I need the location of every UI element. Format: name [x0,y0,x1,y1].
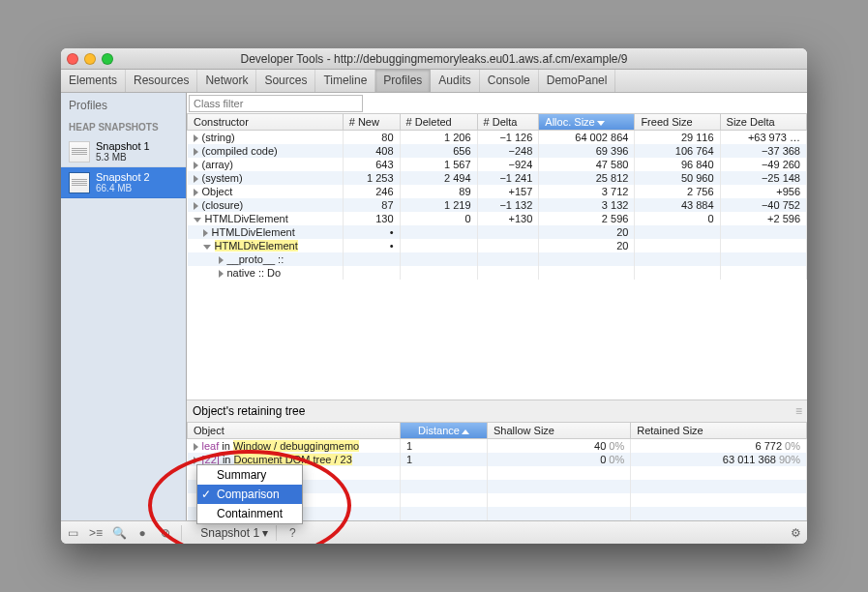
record-icon[interactable]: ● [135,525,150,541]
col-new[interactable]: # New [343,114,400,131]
cell-constructor: (string) [188,131,344,145]
col-freed-size[interactable]: Freed Size [635,114,720,131]
cell-size-delta: −37 368 [720,144,806,158]
tab-bar: ElementsResourcesNetworkSourcesTimelineP… [61,70,807,93]
cell-constructor: (closure) [188,198,344,212]
sidebar-item-snapshot-1[interactable]: Snapshot 15.3 MB [61,136,186,167]
view-dropdown[interactable] [190,526,193,540]
ret-col-retained[interactable]: Retained Size [631,423,807,439]
disclosure-closed-icon[interactable] [194,175,198,183]
ret-col-distance[interactable]: Distance [401,423,488,439]
cell-new: 87 [343,198,400,212]
tab-profiles[interactable]: Profiles [375,70,431,92]
tab-network[interactable]: Network [197,70,256,92]
disclosure-closed-icon[interactable] [203,229,208,237]
menu-icon[interactable]: ≡ [795,404,801,418]
disclosure-closed-icon[interactable] [194,134,198,142]
class-filter-input[interactable] [189,95,363,112]
minimize-icon[interactable] [84,53,96,65]
cell-new: • [343,225,400,239]
cell-alloc: 69 396 [539,144,635,158]
cell-size-delta [720,266,806,280]
cell-freed: 29 116 [635,131,720,145]
search-icon[interactable]: 🔍 [111,525,127,541]
tab-elements[interactable]: Elements [61,70,126,92]
cell-delta [477,266,539,280]
disclosure-open-icon[interactable] [194,218,201,222]
cell-alloc: 3 712 [539,185,635,198]
snapshot-icon [69,172,90,193]
disclosure-closed-icon[interactable] [219,256,224,264]
cell-freed [635,239,720,252]
col-delta[interactable]: # Delta [477,114,539,131]
table-row[interactable]: (system)1 2532 494−1 24125 81250 960−25 … [188,171,807,185]
clear-icon[interactable]: ⊘ [158,525,173,541]
comparison-grid[interactable]: Constructor # New # Deleted # Delta Allo… [187,114,807,400]
maximize-icon[interactable] [102,53,113,65]
disclosure-closed-icon[interactable] [219,270,224,278]
cell-freed: 0 [635,212,720,225]
dock-icon[interactable]: ▭ [65,525,80,541]
settings-icon[interactable]: ⚙ [788,525,803,541]
table-row[interactable]: leaf in Window / debuggingmemo140 0%6 77… [188,439,807,454]
baseline-snapshot-dropdown[interactable]: Snapshot 1 ▾ [200,526,268,540]
tab-demopanel[interactable]: DemoPanel [539,70,616,92]
table-row[interactable]: (array)6431 567−92447 58096 840−49 260 [188,158,807,171]
help-icon[interactable]: ? [284,525,300,541]
disclosure-closed-icon[interactable] [194,148,198,156]
ret-col-shallow[interactable]: Shallow Size [488,423,631,439]
table-row[interactable]: native :: Do [188,266,807,280]
tab-sources[interactable]: Sources [256,70,315,92]
separator [181,525,182,541]
table-row[interactable]: __proto__ :: [188,252,807,266]
cell-constructor: native :: Do [188,266,344,280]
cell-alloc: 2 596 [539,212,635,225]
disclosure-closed-icon[interactable] [194,443,198,451]
cell-constructor: Object [188,185,344,198]
table-row[interactable]: HTMLDivElement•20 [188,225,807,239]
cell-freed: 50 960 [635,171,720,185]
sidebar-item-snapshot-2[interactable]: Snapshot 266.4 MB [61,167,186,198]
titlebar[interactable]: Developer Tools - http://debuggingmemory… [61,48,807,70]
table-row[interactable]: (compiled code)408656−24869 396106 764−3… [188,144,807,158]
cell-deleted: 656 [400,144,477,158]
col-deleted[interactable]: # Deleted [400,114,477,131]
cell-object: leaf in Window / debuggingmemo [188,439,401,454]
filter-bar [187,93,807,114]
col-size-delta[interactable]: Size Delta [720,114,806,131]
disclosure-closed-icon[interactable] [194,202,198,210]
tab-console[interactable]: Console [480,70,539,92]
ret-col-object[interactable]: Object [188,423,401,439]
table-row[interactable]: HTMLDivElement•20 [188,239,807,252]
cell-alloc: 47 580 [539,158,635,171]
table-row[interactable]: HTMLDivElement1300+1302 5960+2 596 [188,212,807,225]
dropdown-item-comparison[interactable]: ✓Comparison [197,485,302,504]
cell-delta [477,252,539,266]
disclosure-closed-icon[interactable] [194,162,198,169]
cell-new [343,266,400,280]
console-icon[interactable]: >≡ [88,525,104,541]
tab-timeline[interactable]: Timeline [315,70,375,92]
sort-desc-icon [597,121,605,126]
col-alloc-size[interactable]: Alloc. Size [539,114,635,131]
table-row[interactable]: (closure)871 219−1 1323 13243 884−40 752 [188,198,807,212]
cell-size-delta [720,225,806,239]
table-row[interactable]: (string)801 206−1 12664 002 86429 116+63… [188,131,807,145]
cell-retained: 63 011 368 90% [631,453,807,466]
table-row[interactable]: Object24689+1573 7122 756+956 [188,185,807,198]
disclosure-closed-icon[interactable] [194,189,198,196]
disclosure-open-icon[interactable] [203,245,211,250]
col-constructor[interactable]: Constructor [188,114,344,131]
cell-constructor: __proto__ :: [188,252,344,266]
disclosure-closed-icon[interactable] [194,457,198,464]
cell-delta: −1 241 [477,171,539,185]
cell-new [343,252,400,266]
dropdown-item-summary[interactable]: Summary [197,465,302,485]
close-icon[interactable] [67,53,78,65]
view-mode-dropdown: Summary✓ComparisonContainment [196,464,303,524]
tab-resources[interactable]: Resources [126,70,197,92]
cell-deleted: 1 219 [400,198,477,212]
tab-audits[interactable]: Audits [431,70,479,92]
dropdown-item-containment[interactable]: Containment [197,504,302,523]
cell-alloc: 64 002 864 [539,131,635,145]
